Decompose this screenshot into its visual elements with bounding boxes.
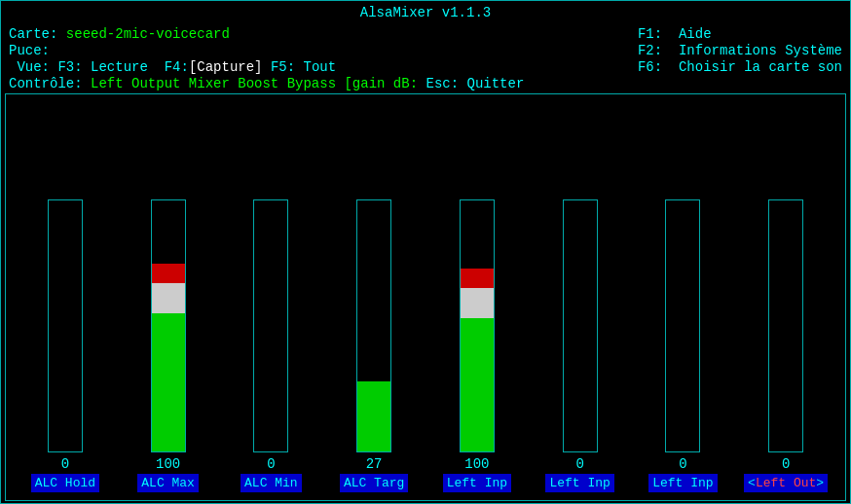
f6-value: Choisir la carte son xyxy=(679,59,842,75)
channel-alc-hold[interactable]: 0ALC Hold xyxy=(14,102,117,492)
channel-left-inp-2[interactable]: 0Left Inp xyxy=(529,102,632,492)
channel-label-left-out[interactable]: <Left Out> xyxy=(744,474,828,492)
fader-track-left-inp-1 xyxy=(460,199,495,452)
f2-label[interactable]: F2: xyxy=(638,43,679,58)
fader-track-alc-targ xyxy=(356,199,391,452)
fader-green-alc-max xyxy=(152,313,185,451)
channel-alc-targ[interactable]: 27ALC Targ xyxy=(322,102,426,492)
channel-alc-min[interactable]: 0ALC Min xyxy=(220,102,323,492)
f2-value: Informations Système xyxy=(679,43,842,58)
channel-left-inp-1[interactable]: 100Left Inp xyxy=(426,102,529,492)
channel-value-left-inp-2: 0 xyxy=(575,456,583,472)
app-window: AlsaMixer v1.1.3 Carte: seeed-2mic-voice… xyxy=(0,0,851,504)
channel-value-left-out: 0 xyxy=(782,456,790,472)
fader-red-alc-max xyxy=(152,264,185,284)
channel-left-inp-3[interactable]: 0Left Inp xyxy=(632,102,735,492)
puce-label: Puce: xyxy=(9,43,50,58)
f1-row: F1: Aide xyxy=(638,26,842,42)
channel-label-alc-min[interactable]: ALC Min xyxy=(240,474,302,492)
channel-value-left-inp-1: 100 xyxy=(464,456,489,472)
channel-left-out[interactable]: 0<Left Out> xyxy=(734,102,837,492)
mixer-area: 0ALC Hold100ALC Max0ALC Min27ALC Targ100… xyxy=(5,93,846,501)
f5-value: Tout xyxy=(295,59,336,75)
carte-label: Carte: xyxy=(9,26,57,42)
fader-track-left-inp-3 xyxy=(665,199,700,452)
f6-label[interactable]: F6: xyxy=(638,59,679,75)
channel-label-left-inp-2[interactable]: Left Inp xyxy=(545,474,613,492)
fader-white-left-inp-1 xyxy=(461,288,494,318)
esc-label[interactable]: Esc: xyxy=(418,76,459,91)
right-info: F1: Aide F2: Informations Système F6: Ch… xyxy=(638,26,842,75)
channel-label-alc-hold[interactable]: ALC Hold xyxy=(31,474,99,492)
channel-value-left-inp-3: 0 xyxy=(679,456,686,472)
f2-row: F2: Informations Système xyxy=(638,43,842,58)
channel-value-alc-hold: 0 xyxy=(61,456,69,472)
f1-label[interactable]: F1: xyxy=(638,26,679,42)
fader-track-alc-max xyxy=(151,199,186,452)
fader-track-left-inp-2 xyxy=(563,199,598,452)
fader-white-alc-max xyxy=(152,283,185,313)
channel-label-left-inp-3[interactable]: Left Inp xyxy=(648,474,717,492)
fader-track-left-out xyxy=(768,199,803,452)
f3-label[interactable]: F3: xyxy=(57,59,82,75)
puce-row: Puce: xyxy=(9,43,524,58)
vue-label: Vue: xyxy=(9,59,57,75)
channel-value-alc-targ: 27 xyxy=(366,456,383,472)
channel-value-alc-max: 100 xyxy=(156,456,180,472)
f1-value: Aide xyxy=(679,26,712,42)
fader-track-alc-min xyxy=(253,199,288,452)
fader-green-alc-targ xyxy=(357,381,390,451)
vue-row: Vue: F3: Lecture F4: [Capture] F5: Tout xyxy=(9,59,524,75)
channel-label-left-inp-1[interactable]: Left Inp xyxy=(443,474,511,492)
app-title: AlsaMixer v1.1.3 xyxy=(1,1,850,22)
f5-label[interactable]: F5: xyxy=(271,59,295,75)
fader-green-left-inp-1 xyxy=(461,318,494,451)
fader-red-left-inp-1 xyxy=(461,269,494,289)
fader-track-alc-hold xyxy=(48,199,83,452)
esc-value: Quitter xyxy=(459,76,524,91)
f6-row: F6: Choisir la carte son xyxy=(638,59,842,75)
f3-value: Lecture xyxy=(83,59,165,75)
carte-row: Carte: seeed-2mic-voicecard xyxy=(9,26,524,42)
channel-label-alc-targ[interactable]: ALC Targ xyxy=(340,474,408,492)
carte-value: seeed-2mic-voicecard xyxy=(66,26,230,42)
controle-label: Contrôle: xyxy=(9,76,91,91)
header-section: Carte: seeed-2mic-voicecard Puce: Vue: F… xyxy=(1,22,850,91)
left-info: Carte: seeed-2mic-voicecard Puce: Vue: F… xyxy=(9,26,524,91)
controle-value: Left Output Mixer Boost Bypass [gain dB: xyxy=(91,76,418,91)
channel-label-alc-max[interactable]: ALC Max xyxy=(137,474,199,492)
f4-label[interactable]: F4: xyxy=(165,59,189,75)
channel-alc-max[interactable]: 100ALC Max xyxy=(117,102,220,492)
channel-value-alc-min: 0 xyxy=(267,456,275,472)
channels-container: 0ALC Hold100ALC Max0ALC Min27ALC Targ100… xyxy=(14,98,837,496)
f4-value: [Capture] xyxy=(189,59,271,75)
controle-row: Contrôle: Left Output Mixer Boost Bypass… xyxy=(9,76,524,91)
